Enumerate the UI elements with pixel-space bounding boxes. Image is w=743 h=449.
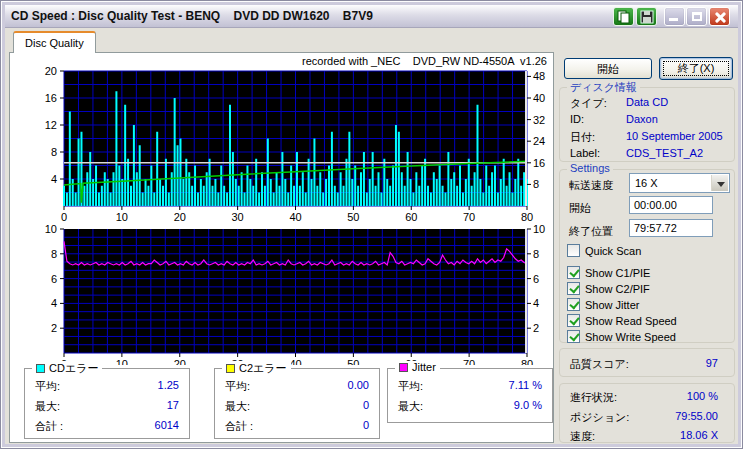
- svg-text:20: 20: [45, 65, 57, 77]
- svg-text:0: 0: [61, 211, 67, 223]
- max-label: 最大:: [398, 400, 423, 412]
- svg-text:2: 2: [51, 322, 57, 334]
- svg-text:16: 16: [45, 92, 57, 104]
- start-button[interactable]: 開始: [564, 58, 652, 79]
- jitter-series-swatch: [399, 363, 408, 372]
- id-value: Daxon: [626, 113, 658, 125]
- jitter-statbox: Jitter 平均:7.11 % 最大:9.0 %: [387, 368, 553, 423]
- speed-readout-label: 速度:: [570, 429, 595, 444]
- max-value: 0: [363, 399, 369, 411]
- checkbox-box[interactable]: [567, 282, 580, 295]
- type-value: Data CD: [626, 96, 668, 108]
- exit-button[interactable]: 終了(X): [659, 57, 733, 80]
- date-label: 日付:: [570, 131, 595, 143]
- start-pos-label: 開始: [569, 201, 591, 216]
- progress-group: 進行状況:100 % ポジション:79:55.00 速度:18.06 X: [559, 383, 735, 443]
- chevron-down-icon: [717, 182, 725, 187]
- max-label: 最大:: [35, 400, 60, 412]
- svg-text:30: 30: [232, 211, 244, 223]
- max-value: 9.0 %: [514, 399, 542, 411]
- svg-text:8: 8: [51, 146, 57, 158]
- disc-info-title: ディスク情報: [567, 80, 640, 95]
- quality-score-label: 品質スコア:: [570, 357, 629, 372]
- svg-text:10: 10: [116, 358, 128, 365]
- cd-error-title: CDエラー: [49, 361, 98, 376]
- avg-label: 平均:: [225, 380, 250, 392]
- type-label: タイプ:: [570, 97, 607, 109]
- svg-text:8: 8: [51, 248, 57, 260]
- svg-text:12: 12: [45, 119, 57, 131]
- svg-text:24: 24: [533, 135, 545, 147]
- close-button[interactable]: [709, 7, 730, 26]
- svg-text:10: 10: [45, 223, 57, 235]
- save-button[interactable]: [636, 7, 657, 26]
- date-value: 10 September 2005: [626, 130, 723, 142]
- end-pos-label: 終了位置: [569, 224, 613, 239]
- id-label: ID:: [570, 113, 584, 125]
- combo-dropdown-button[interactable]: [711, 175, 728, 191]
- svg-text:8: 8: [533, 178, 539, 190]
- disc-quality-page: recorded with _NEC DVD_RW ND-4550A v1.26…: [9, 52, 554, 443]
- total-label: 合計 :: [35, 420, 63, 432]
- window-title: CD Speed : Disc Quality Test - BENQ DVD …: [11, 9, 373, 23]
- quality-score-value: 97: [706, 357, 718, 369]
- svg-text:4: 4: [51, 173, 57, 185]
- total-label: 合計 :: [225, 420, 253, 432]
- c2-series-swatch: [226, 364, 235, 373]
- avg-label: 平均:: [398, 380, 423, 392]
- checkbox-box[interactable]: [567, 266, 580, 279]
- svg-text:70: 70: [463, 211, 475, 223]
- position-value: 79:55.00: [675, 410, 718, 422]
- label-value: CDS_TEST_A2: [626, 147, 703, 159]
- svg-text:6: 6: [51, 273, 57, 285]
- minimize-icon: [669, 18, 678, 21]
- speed-label: 転送速度: [569, 178, 613, 193]
- checkbox-box[interactable]: [567, 298, 580, 311]
- speed-combobox[interactable]: 16 X: [629, 173, 730, 193]
- cd-error-statbox: CDエラー 平均:1.25 最大:17 合計 :6014: [24, 368, 190, 439]
- svg-text:32: 32: [533, 114, 545, 126]
- svg-text:6: 6: [533, 273, 539, 285]
- svg-text:4: 4: [533, 297, 539, 309]
- minimize-button[interactable]: [664, 7, 685, 26]
- svg-text:40: 40: [289, 358, 301, 365]
- svg-text:4: 4: [51, 297, 57, 309]
- disc-info-group: ディスク情報 タイプ:Data CD ID:Daxon 日付:10 Septem…: [559, 87, 735, 162]
- checkbox-box[interactable]: [567, 330, 580, 343]
- c1-series-swatch: [36, 364, 45, 373]
- end-pos-input[interactable]: 79:57.72: [629, 219, 713, 237]
- speed-readout-value: 18.06 X: [680, 429, 718, 441]
- checkbox-box[interactable]: [567, 244, 580, 257]
- max-label: 最大:: [225, 400, 250, 412]
- total-value: 0: [363, 419, 369, 431]
- svg-text:80: 80: [521, 358, 533, 365]
- quality-score-group: 品質スコア: 97: [559, 348, 735, 377]
- svg-text:40: 40: [533, 92, 545, 104]
- maximize-button[interactable]: [686, 7, 707, 26]
- jitter-title: Jitter: [412, 361, 436, 373]
- avg-value: 1.25: [158, 379, 179, 391]
- tab-disc-quality[interactable]: Disc Quality: [13, 31, 96, 53]
- svg-text:40: 40: [289, 211, 301, 223]
- copy-button[interactable]: [613, 7, 634, 26]
- svg-text:20: 20: [174, 211, 186, 223]
- svg-text:70: 70: [463, 358, 475, 365]
- svg-text:2: 2: [533, 322, 539, 334]
- title-bar[interactable]: CD Speed : Disc Quality Test - BENQ DVD …: [5, 5, 738, 28]
- maximize-icon: [692, 12, 702, 21]
- svg-text:50: 50: [347, 211, 359, 223]
- svg-text:60: 60: [405, 211, 417, 223]
- svg-text:8: 8: [533, 248, 539, 260]
- svg-text:16: 16: [533, 157, 545, 169]
- checkbox-box[interactable]: [567, 314, 580, 327]
- copy-icon: [617, 10, 631, 24]
- avg-value: 0.00: [348, 379, 369, 391]
- c2-error-title: C2エラー: [239, 361, 287, 376]
- svg-text:48: 48: [533, 70, 545, 82]
- start-pos-input[interactable]: 00:00.00: [629, 196, 713, 214]
- position-label: ポジション:: [570, 410, 629, 425]
- save-icon: [640, 10, 654, 24]
- quality-charts: 4812162081624324048010203040506070802468…: [10, 53, 555, 365]
- svg-text:80: 80: [521, 211, 533, 223]
- c2-error-statbox: C2エラー 平均:0.00 最大:0 合計 :0: [214, 368, 380, 439]
